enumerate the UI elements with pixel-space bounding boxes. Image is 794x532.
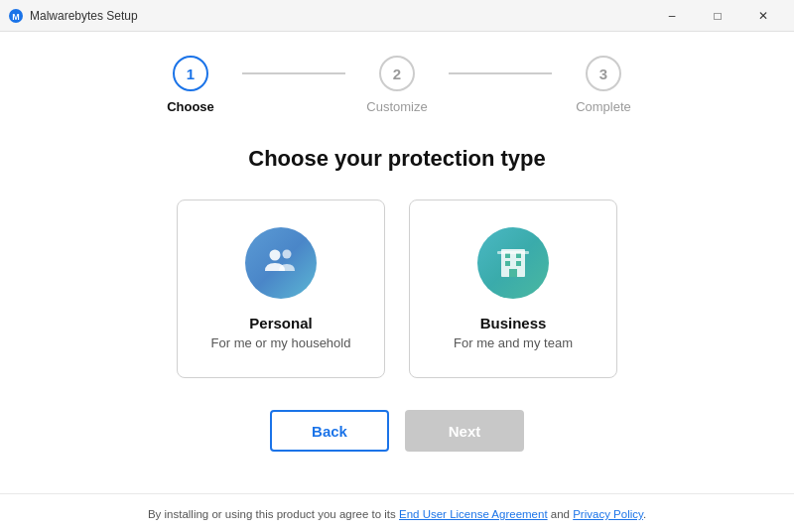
business-icon bbox=[491, 241, 535, 285]
app-icon: M bbox=[8, 8, 24, 24]
svg-rect-8 bbox=[516, 261, 521, 266]
footer-text-mid: and bbox=[548, 508, 574, 520]
svg-rect-9 bbox=[509, 269, 517, 277]
stepper: 1 Choose 2 Customize 3 Complete bbox=[139, 56, 655, 114]
page-title: Choose your protection type bbox=[248, 146, 545, 172]
svg-rect-7 bbox=[505, 261, 510, 266]
eula-link[interactable]: End User License Agreement bbox=[399, 508, 548, 520]
step-1: 1 Choose bbox=[139, 56, 242, 114]
personal-icon-circle bbox=[245, 227, 317, 299]
minimize-button[interactable]: – bbox=[649, 0, 695, 32]
business-card-subtitle: For me and my team bbox=[454, 335, 573, 350]
svg-point-2 bbox=[270, 250, 281, 261]
button-row: Back Next bbox=[270, 410, 524, 452]
close-button[interactable]: ✕ bbox=[740, 0, 786, 32]
window-controls: – □ ✕ bbox=[649, 0, 786, 32]
main-content: 1 Choose 2 Customize 3 Complete Choose y… bbox=[0, 32, 794, 493]
personal-icon bbox=[259, 241, 303, 285]
footer-text-before: By installing or using this product you … bbox=[148, 508, 399, 520]
next-button[interactable]: Next bbox=[405, 410, 524, 452]
titlebar-title: Malwarebytes Setup bbox=[30, 9, 649, 23]
step-2: 2 Customize bbox=[345, 56, 449, 114]
step-2-label: Customize bbox=[366, 99, 427, 114]
step-2-circle: 2 bbox=[379, 56, 415, 91]
step-3-label: Complete bbox=[576, 99, 631, 114]
personal-card-subtitle: For me or my household bbox=[211, 335, 351, 350]
step-connector-1 bbox=[242, 72, 345, 74]
footer-text-after: . bbox=[643, 508, 646, 520]
personal-card-title: Personal bbox=[249, 315, 312, 332]
titlebar: M Malwarebytes Setup – □ ✕ bbox=[0, 0, 794, 32]
step-connector-2 bbox=[449, 72, 552, 74]
maximize-button[interactable]: □ bbox=[695, 0, 740, 32]
business-card[interactable]: Business For me and my team bbox=[409, 200, 617, 378]
back-button[interactable]: Back bbox=[270, 410, 389, 452]
step-3: 3 Complete bbox=[552, 56, 655, 114]
business-icon-circle bbox=[477, 227, 549, 299]
step-1-circle: 1 bbox=[173, 56, 208, 91]
business-card-title: Business bbox=[480, 315, 547, 332]
privacy-link[interactable]: Privacy Policy bbox=[573, 508, 643, 520]
personal-card[interactable]: Personal For me or my household bbox=[177, 200, 385, 378]
step-1-label: Choose bbox=[167, 99, 214, 114]
svg-rect-10 bbox=[497, 251, 529, 254]
step-3-circle: 3 bbox=[586, 56, 621, 91]
svg-point-3 bbox=[283, 250, 292, 259]
footer: By installing or using this product you … bbox=[0, 493, 794, 532]
svg-text:M: M bbox=[12, 12, 20, 22]
protection-type-cards: Personal For me or my household Business bbox=[177, 200, 617, 378]
